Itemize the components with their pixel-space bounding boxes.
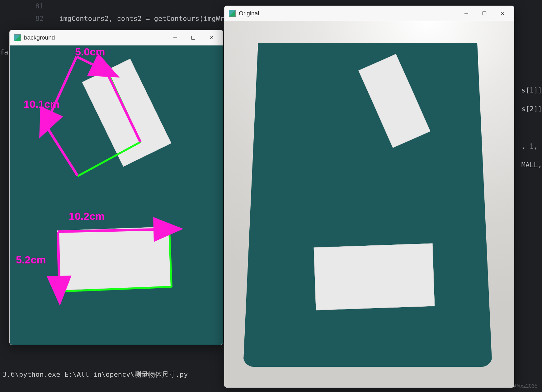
- maximize-button[interactable]: [184, 30, 202, 45]
- window-title: background: [24, 34, 55, 41]
- svg-rect-0: [192, 36, 195, 40]
- titlebar[interactable]: background: [10, 30, 223, 45]
- window-background[interactable]: background 5.0cm: [9, 30, 223, 345]
- terminal-line: 3.6\python.exe E:\All_in\opencv\测量物体尺寸.p…: [2, 371, 188, 378]
- titlebar[interactable]: Original: [224, 6, 514, 21]
- minimize-button[interactable]: [457, 6, 475, 21]
- opencv-icon: [14, 34, 21, 41]
- paper-object-2: [57, 227, 172, 290]
- svg-rect-11: [483, 12, 486, 15]
- window-original[interactable]: Original: [224, 6, 514, 388]
- client-area: [224, 21, 514, 387]
- paper-object-2: [314, 243, 435, 310]
- maximize-button[interactable]: [475, 6, 493, 21]
- close-button[interactable]: [493, 6, 511, 21]
- line-number: 82: [0, 12, 44, 25]
- code-fragments-right: s[1]] s[2]] , 1, MALL,: [521, 81, 542, 174]
- opencv-icon: [229, 10, 236, 17]
- window-title: Original: [239, 10, 259, 17]
- minimize-button[interactable]: [166, 30, 184, 45]
- line-number: 81: [0, 0, 44, 12]
- close-button[interactable]: [202, 30, 220, 45]
- client-area: 5.0cm 10.1cm 10.2cm 5.2cm: [10, 45, 223, 345]
